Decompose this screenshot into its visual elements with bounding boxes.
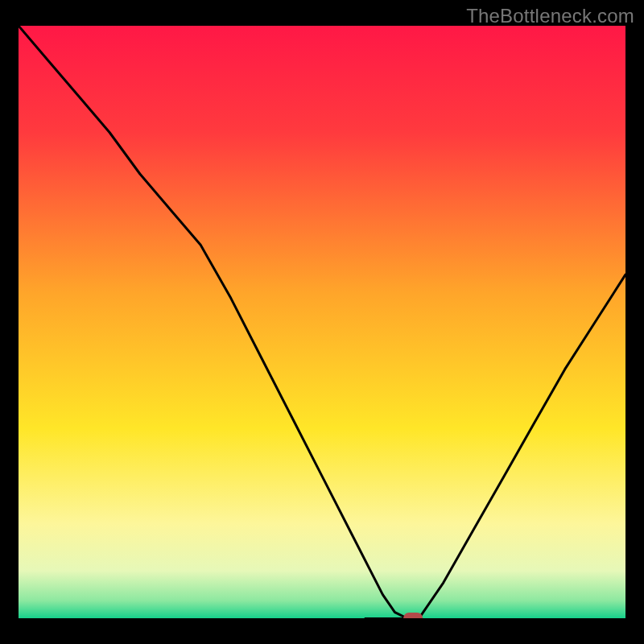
gradient-background: [19, 26, 625, 618]
watermark-label: TheBottleneck.com: [466, 5, 634, 27]
chart-frame: TheBottleneck.com: [0, 0, 644, 644]
optimal-point-marker: [403, 613, 423, 624]
bottleneck-chart: [0, 0, 644, 644]
